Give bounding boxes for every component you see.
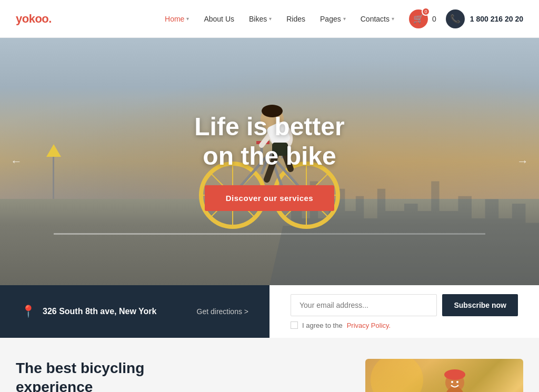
logo[interactable]: yokoo.	[16, 12, 52, 26]
svg-rect-29	[447, 372, 463, 378]
nav-item-contacts[interactable]: Contacts ▾	[361, 15, 394, 23]
bottom-left: The best bicycling experience	[16, 359, 350, 392]
email-input[interactable]	[291, 294, 437, 316]
cart-button[interactable]: 🛒 0 0	[409, 9, 436, 28]
header-actions: 🛒 0 0 📞 1 800 216 20 20	[409, 9, 523, 28]
pin-icon: 📍	[21, 305, 35, 318]
privacy-row: I agree to the Privacy Policy.	[291, 321, 518, 329]
header: yokoo. Home ▾ About Us Bikes ▾ Rides Pag…	[0, 0, 539, 38]
phone-button[interactable]: 📞 1 800 216 20 20	[446, 9, 523, 28]
subscribe-block: Subscribe now I agree to the Privacy Pol…	[270, 285, 539, 338]
warning-sign	[46, 144, 61, 157]
cart-count: 0	[432, 15, 436, 23]
main-nav: Home ▾ About Us Bikes ▾ Rides Pages ▾ Co…	[165, 15, 394, 23]
hero-prev-arrow[interactable]: ←	[11, 155, 22, 168]
chevron-down-icon: ▾	[392, 16, 394, 22]
info-strip: 📍 326 South 8th ave, New York Get direct…	[0, 285, 539, 338]
address-text: 326 South 8th ave, New York	[43, 307, 156, 316]
nav-item-pages[interactable]: Pages ▾	[320, 15, 346, 23]
section-title: The best bicycling experience	[16, 359, 350, 392]
phone-number: 1 800 216 20 20	[470, 15, 523, 23]
sign-pole	[53, 157, 54, 199]
chevron-down-icon: ▾	[186, 16, 189, 22]
privacy-text: I agree to the	[302, 321, 343, 329]
address-left: 📍 326 South 8th ave, New York	[21, 305, 156, 318]
privacy-checkbox[interactable]	[291, 321, 298, 329]
nav-item-bikes[interactable]: Bikes ▾	[249, 15, 272, 23]
nav-item-home[interactable]: Home ▾	[165, 15, 189, 23]
nav-item-rides[interactable]: Rides	[286, 15, 305, 23]
hero-content: Life is better on the bike Discover our …	[194, 112, 344, 210]
subscribe-row: Subscribe now	[291, 294, 518, 316]
hero-next-arrow[interactable]: →	[517, 155, 528, 168]
hero-title: Life is better on the bike	[194, 112, 344, 170]
phone-icon: 📞	[446, 9, 465, 28]
cart-badge: 0	[422, 7, 430, 16]
nav-item-about[interactable]: About Us	[204, 15, 234, 23]
bottom-image	[365, 359, 523, 392]
hero-section: Life is better on the bike Discover our …	[0, 38, 539, 285]
chevron-down-icon: ▾	[269, 16, 272, 22]
cart-icon: 🛒 0	[409, 9, 428, 28]
privacy-policy-link[interactable]: Privacy Policy.	[347, 321, 391, 329]
subscribe-button[interactable]: Subscribe now	[442, 294, 518, 316]
svg-point-35	[456, 381, 458, 383]
directions-link[interactable]: Get directions >	[197, 307, 248, 316]
svg-point-34	[451, 381, 453, 383]
address-block: 📍 326 South 8th ave, New York Get direct…	[0, 285, 270, 338]
bottom-section: The best bicycling experience	[0, 338, 539, 392]
chevron-down-icon: ▾	[343, 16, 346, 22]
svg-point-26	[371, 359, 423, 392]
discover-button[interactable]: Discover our services	[205, 185, 334, 211]
